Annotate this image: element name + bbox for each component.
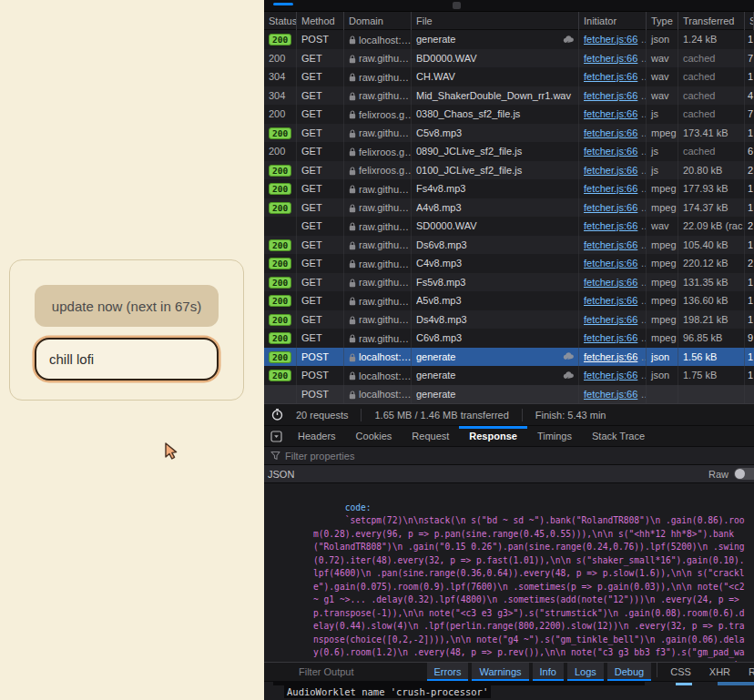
method-cell: GET <box>297 198 344 218</box>
tab-request[interactable]: Request <box>402 426 459 446</box>
file-cell: C5v8.mp3 <box>412 124 579 143</box>
initiator-link[interactable]: fetcher.js:66 <box>584 389 637 400</box>
json-section-header[interactable]: JSON Raw <box>264 465 754 483</box>
network-request-row[interactable]: 200GETraw.githu…A4v8.mp3fetcher.js:66 …m… <box>264 198 754 218</box>
domain-cell: raw.githu… <box>344 310 412 330</box>
status-badge: 200 <box>269 183 291 195</box>
console-filter-debug[interactable]: Debug <box>607 663 651 681</box>
column-header-type[interactable]: Type <box>647 12 678 30</box>
column-header-initiator[interactable]: Initiator <box>579 12 647 30</box>
file-cell: Ds6v8.mp3 <box>412 236 579 255</box>
initiator-link[interactable]: fetcher.js:66 <box>584 165 637 176</box>
network-request-row[interactable]: 304GETraw.githu…Mid_ShakerDouble_Down_rr… <box>264 86 754 106</box>
network-request-row[interactable]: 200GETraw.githu…A5v8.mp3fetcher.js:66 …m… <box>264 291 754 310</box>
network-request-row[interactable]: 200POSTlocalhost:…generatefetcher.js:66 … <box>264 30 754 49</box>
initiator-link[interactable]: fetcher.js:66 <box>584 202 637 213</box>
status-cell: 200 <box>264 30 297 49</box>
initiator-link[interactable]: fetcher.js:66 <box>584 34 637 45</box>
initiator-link[interactable]: fetcher.js:66 <box>584 332 637 343</box>
network-request-row[interactable]: 200GETraw.githu…Ds6v8.mp3fetcher.js:66 …… <box>264 236 754 255</box>
transferred-cell: cached <box>678 105 745 124</box>
tab-stack-trace[interactable]: Stack Trace <box>582 426 655 446</box>
column-header-transferred[interactable]: Transferred <box>678 12 745 30</box>
column-header-domain[interactable]: Domain <box>344 12 412 30</box>
domain-cell: felixroos.g… <box>344 142 412 161</box>
column-header-method[interactable]: Method <box>297 12 344 30</box>
lock-icon <box>349 353 356 362</box>
initiator-link[interactable]: fetcher.js:66 <box>584 239 637 250</box>
initiator-link[interactable]: fetcher.js:66 <box>584 108 637 119</box>
status-cell: 200 <box>264 329 297 348</box>
network-request-row[interactable]: 200GETfelixroos.g…0100_JCLive_sf2_file.j… <box>264 161 754 180</box>
network-request-row[interactable]: 200GETraw.githu…C4v8.mp3fetcher.js:66 …m… <box>264 254 754 273</box>
initiator-link[interactable]: fetcher.js:66 <box>584 127 637 138</box>
column-header-status[interactable]: Status <box>264 12 297 30</box>
size-cell-clipped: 7 <box>745 49 754 68</box>
console-filter-requests[interactable]: Requests <box>741 663 754 681</box>
network-request-row[interactable]: POSTlocalhost:…generatefetcher.js:66 … <box>264 385 754 404</box>
initiator-link[interactable]: fetcher.js:66 <box>584 90 637 101</box>
console-filter-css[interactable]: CSS <box>663 663 698 681</box>
network-request-row[interactable]: 200GETraw.githu…C6v8.mp3fetcher.js:66 …m… <box>264 329 754 348</box>
initiator-link[interactable]: fetcher.js:66 <box>584 314 637 325</box>
initiator-link[interactable]: fetcher.js:66 <box>584 146 637 157</box>
response-code-property[interactable]: code: `setcpm(72)\n\nstack(\n s("bd ~ sd… <box>271 488 747 662</box>
status-cell: 200 <box>264 310 297 330</box>
cloud-icon <box>563 36 575 44</box>
status-cell: 200 <box>264 49 297 68</box>
initiator-link[interactable]: fetcher.js:66 <box>584 53 637 64</box>
network-request-row[interactable]: 304GETraw.githu…CH.WAVfetcher.js:66 …wav… <box>264 67 754 86</box>
tab-cookies[interactable]: Cookies <box>346 426 402 446</box>
network-request-row[interactable]: 200GETfelixroos.g…0890_JCLive_sf2_file.j… <box>264 142 754 161</box>
network-request-row[interactable]: 200GETraw.githu…Ds4v8.mp3fetcher.js:66 …… <box>264 310 754 330</box>
clipped-log-source-link[interactable] <box>718 682 754 685</box>
filter-properties-bar[interactable]: Filter properties <box>264 447 754 465</box>
type-cell: json <box>647 348 678 367</box>
network-request-row[interactable]: 200GETfelixroos.g…0380_Chaos_sf2_file.js… <box>264 105 754 124</box>
lock-icon <box>349 92 356 101</box>
method-cell: GET <box>297 161 344 180</box>
tab-timings[interactable]: Timings <box>527 426 582 446</box>
tab-response[interactable]: Response <box>459 426 527 446</box>
transferred-cell: 105.40 kB <box>678 236 745 255</box>
initiator-cell: fetcher.js:66 … <box>579 49 647 68</box>
initiator-link[interactable]: fetcher.js:66 <box>584 351 637 362</box>
lock-icon <box>349 279 356 288</box>
console-filter-bar: Filter Output ErrorsWarningsInfoLogsDebu… <box>264 662 754 682</box>
initiator-link[interactable]: fetcher.js:66 <box>584 220 637 231</box>
initiator-link[interactable]: fetcher.js:66 <box>584 370 637 380</box>
network-request-row[interactable]: 200GETraw.githu…BD0000.WAVfetcher.js:66 … <box>264 49 754 68</box>
network-request-row[interactable]: 200GETraw.githu…Fs4v8.mp3fetcher.js:66 …… <box>264 179 754 198</box>
method-cell: GET <box>297 86 344 106</box>
initiator-link[interactable]: fetcher.js:66 <box>584 258 637 269</box>
network-request-row[interactable]: 200GETraw.githu…Fs5v8.mp3fetcher.js:66 …… <box>264 273 754 292</box>
network-request-row[interactable]: GETraw.githu…SD0000.WAVfetcher.js:66 …wa… <box>264 217 754 236</box>
split-panel-icon[interactable] <box>264 426 288 446</box>
status-badge: 200 <box>269 127 291 139</box>
console-filter-errors[interactable]: Errors <box>427 663 469 681</box>
filter-output-placeholder[interactable]: Filter Output <box>299 666 354 677</box>
funnel-icon <box>270 451 280 461</box>
network-request-row[interactable]: 200GETraw.githu…C5v8.mp3fetcher.js:66 …m… <box>264 124 754 143</box>
initiator-link[interactable]: fetcher.js:66 <box>584 295 637 306</box>
initiator-cell: fetcher.js:66 … <box>579 254 647 273</box>
initiator-link[interactable]: fetcher.js:66 <box>584 71 637 82</box>
console-log-message[interactable]: AudioWorklet name 'crush-processor' <box>284 685 491 698</box>
console-filter-xhr[interactable]: XHR <box>702 663 738 681</box>
initiator-link[interactable]: fetcher.js:66 <box>584 183 637 194</box>
raw-toggle-switch[interactable] <box>734 468 754 480</box>
prompt-input[interactable] <box>35 338 219 380</box>
network-request-row[interactable]: 200POSTlocalhost:…generatefetcher.js:66 … <box>264 348 754 367</box>
file-cell: 0890_JCLive_sf2_file.js <box>412 142 579 161</box>
initiator-link[interactable]: fetcher.js:66 <box>584 277 637 288</box>
file-cell: A5v8.mp3 <box>412 291 579 310</box>
console-filter-logs[interactable]: Logs <box>567 663 604 681</box>
column-header-s[interactable]: S <box>745 12 754 30</box>
console-filter-warnings[interactable]: Warnings <box>472 663 528 681</box>
update-now-button[interactable]: update now (next in 67s) <box>35 285 219 327</box>
network-summary-bar: 20 requests 1.65 MB / 1.46 MB transferre… <box>264 403 754 425</box>
console-filter-info[interactable]: Info <box>533 663 564 681</box>
network-request-row[interactable]: 200POSTlocalhost:…generatefetcher.js:66 … <box>264 366 754 385</box>
tab-headers[interactable]: Headers <box>288 426 346 446</box>
column-header-file[interactable]: File <box>412 12 579 30</box>
